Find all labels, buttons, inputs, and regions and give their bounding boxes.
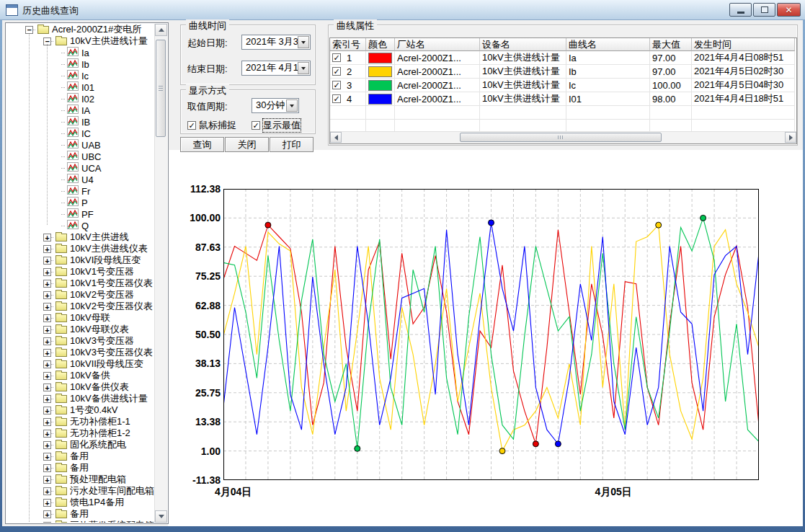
index-cell: ✓3 (330, 79, 366, 92)
close-dialog-button[interactable]: 关闭 (225, 137, 269, 152)
row-checkbox[interactable]: ✓ (332, 94, 341, 103)
curve-properties-title: 曲线属性 (334, 19, 377, 32)
curve-icon (67, 47, 79, 58)
start-date-combo[interactable]: 2021年 3月30 (241, 35, 311, 50)
tree-expander[interactable]: + (43, 499, 51, 507)
tree-expander[interactable]: + (43, 441, 51, 449)
y-axis-tick: 62.88 (174, 300, 221, 311)
plot-area[interactable] (223, 189, 759, 483)
row-checkbox[interactable]: ✓ (332, 53, 341, 62)
station-tree-panel: −Acrel-2000Z1#变电所−10kV主供进线计量IaIbIcI01I02… (5, 22, 169, 524)
checkbox-icon[interactable]: ✓ (187, 121, 196, 130)
tree-item-label: Ic (81, 71, 89, 81)
show-extremes-checkbox[interactable]: ✓ 显示最值 (252, 119, 301, 132)
scrollbar-thumb[interactable] (156, 40, 166, 137)
table-h-scrollbar[interactable] (330, 131, 796, 143)
empty-cell (692, 106, 795, 120)
scroll-left-button[interactable] (330, 132, 342, 143)
tree-expander[interactable]: + (43, 326, 51, 334)
history-curve-query-window: { "window": { "title": "历史曲线查询", "contro… (0, 0, 805, 532)
tree-expander[interactable]: + (43, 234, 51, 241)
query-button[interactable]: 查询 (180, 137, 224, 152)
row-checkbox[interactable]: ✓ (332, 81, 341, 89)
device-cell: 10kV主供进线计量 (480, 65, 566, 79)
scrollbar-thumb[interactable] (460, 133, 662, 142)
period-dropdown-button[interactable] (286, 99, 298, 112)
row-index: 2 (347, 66, 352, 77)
column-header-3[interactable]: 厂站名 (395, 38, 480, 51)
print-button[interactable]: 打印 (270, 137, 313, 152)
tree-expander[interactable]: + (43, 384, 51, 391)
restore-button[interactable] (753, 3, 775, 17)
tree-expander[interactable]: + (43, 291, 51, 299)
folder-icon (55, 326, 67, 334)
tree-expander[interactable]: + (43, 314, 51, 322)
folder-icon (55, 430, 67, 438)
title-bar[interactable]: 历史曲线查询 ✕ (0, 0, 805, 20)
column-header-2[interactable]: 颜色 (366, 38, 395, 51)
empty-cell (566, 106, 650, 120)
table-row[interactable]: ✓4Acrel-2000Z1...10kV主供进线计量I0198.002021年… (330, 92, 796, 106)
curve-plot-svg[interactable] (223, 189, 759, 480)
tree-expander[interactable]: + (43, 430, 51, 438)
y-axis-tick: 38.13 (174, 358, 221, 369)
column-header-1[interactable]: 索引号 (330, 38, 366, 51)
tree-connector (61, 64, 66, 65)
folder-icon (55, 257, 67, 265)
tree-expander[interactable]: − (25, 26, 33, 34)
mouse-capture-checkbox[interactable]: ✓ 鼠标捕捉 (187, 119, 236, 132)
tree-expander[interactable]: + (43, 303, 51, 311)
tree-connector (51, 237, 53, 238)
tree-expander[interactable]: + (43, 418, 51, 426)
y-axis-tick: 112.38 (174, 183, 221, 195)
tree-expander[interactable]: + (43, 395, 51, 403)
tree-expander[interactable]: + (43, 280, 51, 288)
scroll-right-button[interactable] (785, 132, 796, 143)
tree-expander[interactable]: + (43, 464, 51, 472)
column-header-4[interactable]: 设备名 (480, 38, 566, 51)
y-axis-tick: -11.38 (174, 474, 221, 486)
start-date-dropdown-button[interactable] (298, 36, 309, 48)
tree-expander[interactable]: + (43, 349, 51, 357)
close-button[interactable]: ✕ (777, 3, 801, 17)
tree-expander[interactable]: + (43, 257, 51, 265)
table-row[interactable]: ✓3Acrel-2000Z1...10kV主供进线计量Ic100.002021年… (330, 79, 796, 92)
column-header-6[interactable]: 最大值 (650, 38, 692, 51)
tree-connector (51, 249, 53, 249)
tree-expander[interactable]: + (43, 522, 51, 523)
tree-expander[interactable]: + (43, 268, 51, 276)
end-date-combo[interactable]: 2021年 4月14 (241, 61, 311, 76)
scroll-down-button[interactable] (155, 510, 167, 523)
tree-expander[interactable]: + (43, 476, 51, 484)
tree-expander[interactable]: + (43, 360, 51, 368)
curve-properties-table[interactable]: 索引号颜色厂站名设备名曲线名最大值发生时间 ✓1Acrel-2000Z1...1… (329, 37, 797, 144)
column-header-7[interactable]: 发生时间 (692, 38, 795, 51)
period-combo[interactable]: 30分钟 (252, 98, 299, 113)
tree-expander[interactable]: + (43, 337, 51, 345)
end-date-dropdown-button[interactable] (298, 62, 309, 74)
folder-icon (55, 291, 67, 299)
tree-connector (61, 168, 66, 169)
tree-expander[interactable]: + (43, 453, 51, 461)
station-cell: Acrel-2000Z1... (395, 92, 480, 106)
scroll-up-button[interactable] (155, 24, 167, 36)
checkbox-icon[interactable]: ✓ (252, 121, 260, 130)
tree-scrollbar[interactable] (154, 24, 167, 523)
tree-expander[interactable]: + (43, 407, 51, 414)
y-axis-tick: 75.25 (174, 270, 221, 282)
tree-expander[interactable]: + (43, 510, 51, 518)
tree-expander[interactable]: + (43, 487, 51, 495)
tree-expander[interactable]: + (43, 372, 51, 380)
extreme-marker (656, 222, 662, 228)
tree-expander[interactable]: + (43, 245, 51, 253)
tree-connector (51, 41, 53, 42)
tree-connector (51, 433, 53, 434)
tree-view[interactable]: −Acrel-2000Z1#变电所−10kV主供进线计量IaIbIcI01I02… (6, 24, 155, 523)
time-cell: 2021年4月4日18时51 (692, 92, 795, 106)
table-row[interactable]: ✓2Acrel-2000Z1...10kV主供进线计量Ib97.002021年4… (330, 65, 796, 79)
column-header-5[interactable]: 曲线名 (566, 38, 650, 51)
tree-connector (51, 353, 53, 353)
table-row[interactable]: ✓1Acrel-2000Z1...10kV主供进线计量Ia97.002021年4… (330, 51, 796, 65)
row-checkbox[interactable]: ✓ (332, 67, 341, 76)
minimize-button[interactable] (729, 3, 752, 17)
